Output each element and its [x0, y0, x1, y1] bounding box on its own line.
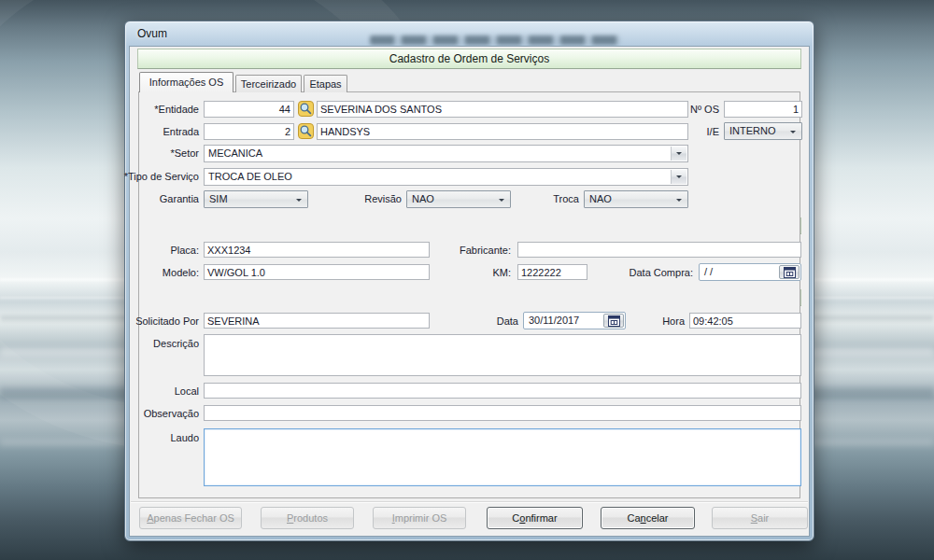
data-value: 30/11/2017: [529, 315, 579, 326]
km-input[interactable]: [517, 264, 587, 280]
entrada-label: Entrada: [115, 126, 199, 137]
chevron-down-icon: [676, 152, 682, 158]
hora-label: Hora: [610, 315, 685, 327]
entidade-code-input[interactable]: [204, 101, 294, 118]
entrada-code-input[interactable]: [204, 123, 294, 140]
setor-label: *Setor: [115, 147, 199, 159]
numero-os-label: Nº OS: [644, 104, 719, 115]
ie-dropdown[interactable]: INTERNO: [724, 122, 802, 140]
tab-informacoes-os[interactable]: Informações OS: [139, 72, 234, 92]
solicitado-por-label: Solicitado Por: [115, 315, 199, 327]
entidade-label: *Entidade: [115, 104, 199, 115]
descricao-textarea[interactable]: [204, 334, 801, 376]
garantia-label: Garantia: [115, 193, 199, 204]
placa-label: Placa:: [115, 245, 199, 256]
produtos-button: Produtos: [261, 507, 354, 529]
ie-label: I/E: [644, 126, 719, 137]
tipo-servico-value: TROCA DE OLEO: [208, 171, 292, 182]
setor-combobox[interactable]: MECANICA: [204, 145, 688, 162]
km-label: KM:: [417, 267, 511, 278]
descricao-label: Descrição: [115, 338, 199, 349]
confirmar-button[interactable]: Confirmar: [487, 507, 583, 529]
troca-dropdown[interactable]: NAO: [584, 190, 688, 208]
modelo-input[interactable]: [204, 264, 430, 280]
ie-value: INTERNO: [729, 125, 776, 136]
local-input[interactable]: [204, 383, 801, 399]
calendar-icon: [784, 267, 796, 278]
combo-drop-button[interactable]: [671, 170, 686, 184]
data-compra-value: / /: [704, 266, 713, 277]
window-client-area: Cadastro de Ordem de Serviços Informaçõe…: [129, 46, 810, 537]
hora-input[interactable]: [689, 313, 801, 329]
laudo-label: Laudo: [115, 432, 199, 443]
revisao-dropdown[interactable]: NAO: [406, 190, 511, 208]
tab-etapas[interactable]: Etapas: [304, 75, 347, 92]
observacao-label: Observação: [115, 408, 199, 419]
numero-os-input[interactable]: [724, 101, 802, 118]
button-bar-separator: [131, 502, 808, 503]
data-compra-datepicker[interactable]: / /: [699, 263, 801, 281]
window-titlebar[interactable]: Ovum: [125, 21, 814, 46]
local-label: Local: [115, 385, 199, 397]
fabricante-label: Fabricante:: [417, 245, 511, 256]
sair-button: Sair: [712, 507, 808, 529]
cancelar-button[interactable]: Cancelar: [601, 507, 695, 529]
observacao-input[interactable]: [204, 405, 801, 421]
modelo-label: Modelo:: [115, 267, 199, 278]
troca-label: Troca: [504, 193, 579, 204]
apenas-fechar-os-button: Apenas Fechar OS: [139, 507, 242, 529]
fabricante-input[interactable]: [517, 242, 801, 258]
data-compra-label: Data Compra:: [590, 267, 693, 278]
entidade-name-input[interactable]: [317, 101, 688, 118]
setor-value: MECANICA: [208, 147, 262, 159]
tipo-servico-combobox[interactable]: TROCA DE OLEO: [204, 168, 688, 186]
tipo-servico-label: *Tipo de Serviço: [115, 171, 199, 182]
garantia-value: SIM: [209, 193, 228, 204]
entrada-name-input[interactable]: [317, 123, 688, 140]
combo-drop-button[interactable]: [671, 147, 686, 161]
magnifier-icon: [298, 101, 314, 117]
chevron-down-icon: [676, 175, 682, 181]
chevron-down-icon: [676, 199, 682, 204]
chevron-down-icon: [790, 131, 796, 136]
dialog-header: Cadastro de Ordem de Serviços: [137, 49, 801, 69]
revisao-value: NAO: [412, 193, 434, 204]
solicitado-por-input[interactable]: [204, 313, 430, 329]
chevron-down-icon: [296, 199, 302, 204]
garantia-dropdown[interactable]: SIM: [204, 190, 308, 208]
magnifier-icon: [298, 123, 314, 139]
troca-value: NAO: [589, 193, 612, 204]
laudo-textarea[interactable]: [204, 428, 801, 486]
data-label: Data: [444, 315, 518, 327]
app-window: Ovum Cadastro de Ordem de Serviços Infor…: [124, 21, 814, 541]
revisao-label: Revisão: [327, 193, 402, 204]
data-compra-calendar-button[interactable]: [779, 265, 800, 279]
imprimir-os-button: Imprimir OS: [373, 507, 466, 529]
entrada-lookup-button[interactable]: [298, 123, 314, 139]
entidade-lookup-button[interactable]: [298, 101, 314, 117]
window-title: Ovum: [137, 27, 167, 40]
tab-terceirizado[interactable]: Terceirizado: [235, 75, 302, 92]
placa-input[interactable]: [204, 242, 430, 258]
blurred-caption: [370, 35, 620, 45]
